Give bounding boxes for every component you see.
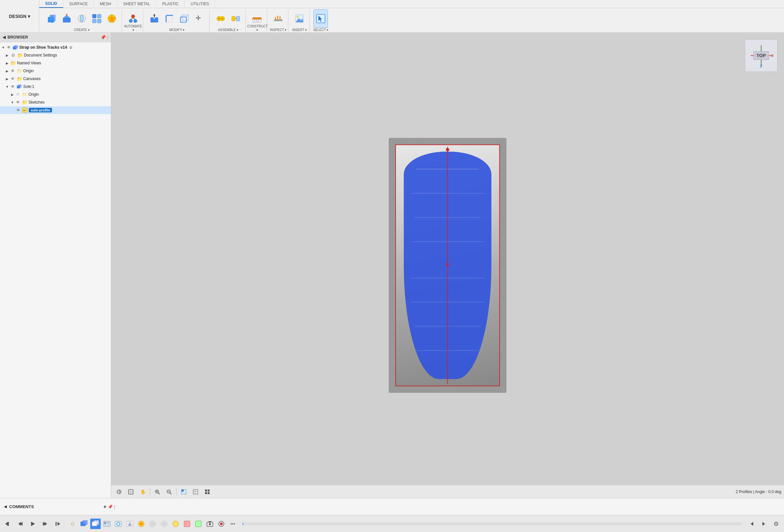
svg-point-105	[163, 523, 165, 525]
extrude-button[interactable]	[59, 9, 74, 28]
anim-fast-fwd-btn[interactable]	[52, 519, 63, 529]
comments-pin-icon[interactable]: 📌	[108, 505, 113, 509]
tab-utilities[interactable]: UTILITIES	[185, 0, 215, 8]
timeline-component-4[interactable]	[113, 519, 123, 529]
view-gizmo[interactable]: TOP X Z	[745, 39, 778, 72]
push-pull-button[interactable]	[147, 9, 162, 28]
pan-icon-btn[interactable]: ✋	[137, 487, 148, 496]
sketches-folder-icon: 📁	[22, 99, 27, 105]
tree-item-sole-profile[interactable]: 👁 ✏ sole-profile	[0, 106, 111, 114]
browser-title: BROWSER	[7, 35, 28, 39]
browser-collapse-icon[interactable]: ◀	[3, 35, 5, 39]
tree-item-sole-origin[interactable]: ▶ 👁 📁 Origin	[0, 90, 111, 98]
tab-solid[interactable]: SOLID	[39, 0, 63, 8]
comments-add-icon[interactable]: +	[103, 504, 106, 510]
settings-gear-btn[interactable]: ⚙	[771, 519, 781, 529]
zoom-icon-btn[interactable]	[164, 487, 174, 496]
doc-settings-arrow[interactable]: ▶	[5, 53, 9, 57]
comments-expand-icon[interactable]: ◀	[4, 505, 6, 509]
tree-item-doc-settings[interactable]: ▶ ⚙ 📁 Document Settings	[0, 51, 111, 59]
shell-icon	[179, 13, 190, 24]
timeline-component-8[interactable]	[159, 519, 169, 529]
timeline-marker-icon[interactable]: ⬡	[67, 519, 78, 529]
tree-item-canvases[interactable]: ▶ 👁 📁 Canvases	[0, 75, 111, 83]
special-button[interactable]	[105, 9, 119, 28]
tab-mesh[interactable]: MESH	[94, 0, 117, 8]
pattern-button[interactable]	[90, 9, 104, 28]
timeline-component-10[interactable]: !	[182, 519, 192, 529]
timeline-capture-btn[interactable]	[205, 519, 215, 529]
more-options-btn[interactable]	[202, 487, 213, 496]
root-arrow[interactable]: ▼	[1, 46, 5, 49]
root-eye[interactable]: 👁	[6, 45, 11, 50]
sole1-arrow[interactable]: ▼	[5, 85, 9, 89]
anim-play-btn[interactable]	[27, 519, 38, 529]
tree-item-named-views[interactable]: ▶ 📁 Named Views	[0, 59, 111, 67]
timeline-right-arrow[interactable]	[758, 519, 769, 529]
origin-arrow[interactable]: ▶	[5, 69, 9, 73]
sketches-arrow[interactable]: ▼	[10, 100, 15, 104]
fillet-button[interactable]	[162, 9, 176, 28]
svg-rect-90	[83, 521, 87, 525]
grid-mode-btn[interactable]	[190, 487, 201, 496]
anim-rewind-btn[interactable]	[3, 519, 13, 529]
timeline-record-btn[interactable]	[216, 519, 227, 529]
doc-settings-label: Document Settings	[24, 53, 57, 58]
origin-eye[interactable]: 👁	[10, 68, 16, 73]
design-button[interactable]: DESIGN ▾	[0, 0, 39, 32]
timeline-more-btn[interactable]: •••	[228, 519, 238, 529]
named-views-arrow[interactable]: ▶	[5, 61, 9, 65]
sole-origin-eye[interactable]: 👁	[16, 92, 21, 97]
sketches-eye[interactable]: 👁	[16, 100, 21, 105]
anim-step-fwd-btn[interactable]	[40, 519, 50, 529]
select-button[interactable]	[313, 9, 328, 28]
tree-item-root[interactable]: ▼ 👁 Strap on Shoe Tracks v14 ⊙	[0, 43, 111, 51]
revolve-button[interactable]	[75, 9, 89, 28]
timeline-component-7[interactable]	[147, 519, 158, 529]
timeline-component-1[interactable]	[79, 519, 89, 529]
tab-sheetmetal[interactable]: SHEET METAL	[117, 0, 156, 8]
orbit-icon-btn[interactable]	[114, 487, 124, 496]
timeline-component-6[interactable]	[136, 519, 146, 529]
joint-button[interactable]	[214, 9, 228, 28]
timeline-component-5[interactable]	[124, 519, 135, 529]
insert-group: INSERT ▾	[290, 9, 310, 32]
svg-point-17	[129, 19, 133, 23]
sole1-eye[interactable]: 👁	[10, 84, 16, 89]
sole-origin-arrow[interactable]: ▶	[10, 92, 15, 96]
timeline-component-3[interactable]	[102, 519, 112, 529]
automate-group: AUTOMATE ▾	[123, 9, 143, 32]
tree-item-sole1[interactable]: ▼ 👁 Sole:1	[0, 83, 111, 90]
gizmo-z-label: Z	[760, 64, 762, 68]
root-target-icon[interactable]: ⊙	[69, 46, 72, 50]
timeline-left-arrow[interactable]	[747, 519, 757, 529]
display-mode-btn[interactable]	[178, 487, 189, 496]
timeline-track[interactable]	[243, 523, 742, 525]
viewport[interactable]: TOP X Z ✋	[111, 33, 784, 498]
tree-item-origin[interactable]: ▶ 👁 📁 Origin	[0, 67, 111, 75]
timeline-component-2[interactable]	[90, 519, 101, 529]
timeline-component-9[interactable]	[170, 519, 181, 529]
timeline-component-11[interactable]	[193, 519, 204, 529]
tab-plastic[interactable]: PLASTIC	[156, 0, 185, 8]
look-at-icon-btn[interactable]	[125, 487, 136, 496]
tab-surface[interactable]: SURFACE	[63, 0, 94, 8]
svg-rect-106	[173, 521, 178, 527]
insert-button[interactable]	[292, 9, 307, 28]
browser-pin-icon[interactable]: 📌	[101, 35, 106, 40]
shell-button[interactable]	[177, 9, 192, 28]
svg-rect-107	[184, 521, 190, 527]
svg-rect-77	[207, 490, 209, 492]
new-component-button[interactable]: +	[45, 9, 59, 28]
inspect-button[interactable]	[271, 9, 285, 28]
tree-item-sketches[interactable]: ▼ 👁 📁 Sketches	[0, 98, 111, 106]
inspect-icon	[273, 13, 283, 24]
anim-step-back-btn[interactable]	[15, 519, 26, 529]
zoom-fit-icon-btn[interactable]	[152, 487, 163, 496]
canvases-arrow[interactable]: ▶	[5, 77, 9, 81]
move-button[interactable]: ✛	[192, 9, 206, 28]
joint2-button[interactable]	[228, 9, 243, 28]
canvases-eye[interactable]: 👁	[10, 76, 16, 81]
viewport-canvas[interactable]: TOP X Z ✋	[111, 33, 784, 498]
sole-profile-eye[interactable]: 👁	[16, 108, 21, 113]
